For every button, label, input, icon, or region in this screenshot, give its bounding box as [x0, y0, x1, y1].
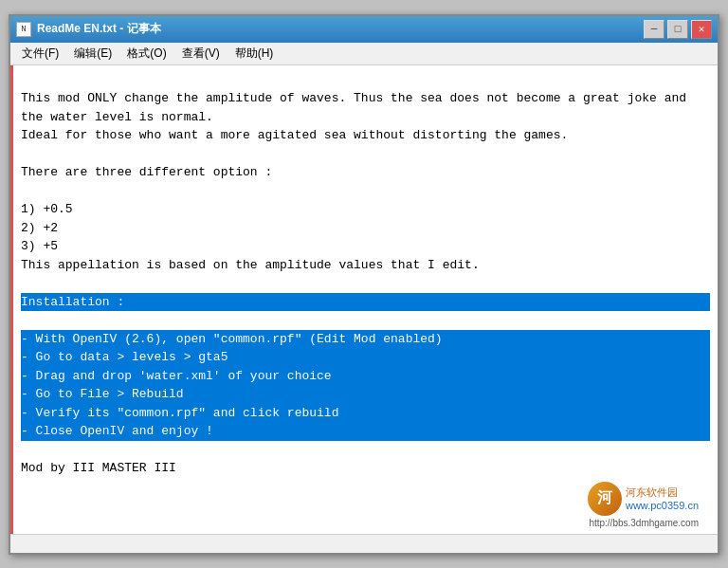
watermark-site-name: 河东软件园 — [626, 486, 699, 500]
title-buttons: ─ □ ✕ — [644, 20, 712, 39]
text-line-15: - Go to data > levels > gta5 — [21, 348, 710, 367]
text-line-20 — [21, 441, 710, 460]
menu-bar: 文件(F) 编辑(E) 格式(O) 查看(V) 帮助(H) — [10, 43, 718, 65]
watermark-logo: 河 河东软件园 www.pc0359.cn — [588, 482, 699, 516]
watermark-text: 河东软件园 www.pc0359.cn — [626, 486, 699, 511]
close-button[interactable]: ✕ — [691, 20, 712, 39]
text-line-5: There are three different option : — [21, 163, 710, 182]
text-line-12: Installation : — [21, 293, 710, 312]
watermark: 河 河东软件园 www.pc0359.cn http://bbs.3dmhgam… — [588, 482, 699, 528]
menu-help[interactable]: 帮助(H) — [228, 44, 282, 64]
text-line-6 — [21, 182, 710, 201]
text-line-1: This mod ONLY change the amplitude of wa… — [21, 89, 710, 108]
text-line-3: Ideal for those who want a more agitated… — [21, 126, 710, 145]
main-window: N ReadMe EN.txt - 记事本 ─ □ ✕ 文件(F) 编辑(E) … — [9, 14, 719, 555]
title-bar-left: N ReadMe EN.txt - 记事本 — [16, 21, 161, 37]
watermark-icon: 河 — [588, 482, 622, 516]
maximize-button[interactable]: □ — [667, 20, 688, 39]
watermark-url2: http://bbs.3dmhgame.com — [589, 518, 699, 528]
minimize-button[interactable]: ─ — [644, 20, 664, 39]
text-line-8: 2) +2 — [21, 219, 710, 238]
status-bar — [10, 534, 718, 553]
menu-edit[interactable]: 编辑(E) — [66, 44, 119, 64]
window-icon: N — [16, 22, 31, 37]
text-line-10: This appellation is based on the amplitu… — [21, 256, 710, 275]
watermark-url: www.pc0359.cn — [626, 500, 699, 511]
menu-format[interactable]: 格式(O) — [119, 44, 173, 64]
content-area: This mod ONLY change the amplitude of wa… — [10, 65, 718, 534]
text-line-21: Mod by III MASTER III — [21, 459, 710, 478]
text-line-17: - Go to File > Rebuild — [21, 385, 710, 404]
text-line-13 — [21, 311, 710, 330]
window-title: ReadMe EN.txt - 记事本 — [37, 21, 161, 37]
text-line-19: - Close OpenIV and enjoy ! — [21, 422, 710, 441]
text-line-16: - Drag and drop 'water.xml' of your choi… — [21, 367, 710, 386]
text-line-4 — [21, 145, 710, 164]
text-line-11 — [21, 274, 710, 293]
text-line-2: the water level is normal. — [21, 108, 710, 127]
text-line-18: - Verify its "common.rpf" and click rebu… — [21, 404, 710, 423]
text-line-7: 1) +0.5 — [21, 200, 710, 219]
text-content[interactable]: This mod ONLY change the amplitude of wa… — [13, 65, 718, 534]
menu-file[interactable]: 文件(F) — [14, 44, 66, 64]
text-line-14: - With OpenIV (2.6), open "common.rpf" (… — [21, 330, 710, 349]
title-bar: N ReadMe EN.txt - 记事本 ─ □ ✕ — [10, 16, 718, 43]
menu-view[interactable]: 查看(V) — [174, 44, 228, 64]
text-line-9: 3) +5 — [21, 237, 710, 256]
